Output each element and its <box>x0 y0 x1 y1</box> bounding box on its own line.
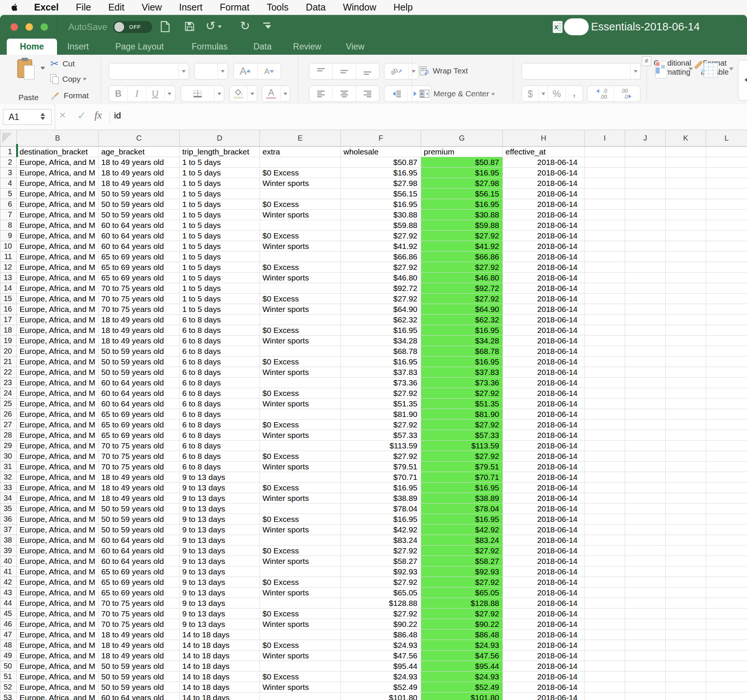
select-all-corner[interactable] <box>0 130 17 147</box>
row-header-44[interactable]: 44 <box>0 598 17 609</box>
row-header-49[interactable]: 49 <box>0 650 17 661</box>
cell-B26[interactable]: Europe, Africa, and M <box>17 409 98 420</box>
cell-J11[interactable] <box>625 252 665 262</box>
cell-F14[interactable]: $92.72 <box>341 283 421 293</box>
cell-G21[interactable]: $16.95 <box>421 357 503 367</box>
cell-F45[interactable]: $27.92 <box>341 609 421 619</box>
cell-F52[interactable]: $52.49 <box>341 682 421 692</box>
cell-I24[interactable] <box>585 388 625 399</box>
cell-F16[interactable]: $64.90 <box>341 304 421 314</box>
row-header-31[interactable]: 31 <box>0 461 17 472</box>
cell-H33[interactable]: 2018-06-14 <box>503 482 585 493</box>
grow-font-button[interactable]: A <box>234 63 257 79</box>
cell-K36[interactable] <box>665 514 706 525</box>
menu-file[interactable]: File <box>76 2 91 13</box>
percent-button[interactable]: % <box>547 86 566 101</box>
cell-H53[interactable]: 2018-06-14 <box>503 692 585 700</box>
cell-D12[interactable]: 1 to 5 days <box>180 262 260 272</box>
cell-J8[interactable] <box>625 220 665 231</box>
cell-K42[interactable] <box>665 577 706 588</box>
cell-B52[interactable]: Europe, Africa, and M <box>17 682 98 692</box>
cell-E3[interactable]: $0 Excess <box>260 168 341 178</box>
cell-B1[interactable]: destination_bracket <box>17 147 98 157</box>
cell-L27[interactable] <box>706 420 747 430</box>
cell-J48[interactable] <box>625 640 665 650</box>
cell-J27[interactable] <box>625 420 665 430</box>
cell-L39[interactable] <box>706 546 747 556</box>
cell-J16[interactable] <box>625 304 665 314</box>
formula-content[interactable]: id <box>114 110 121 121</box>
cell-K22[interactable] <box>665 367 706 378</box>
cell-D27[interactable]: 6 to 8 days <box>180 420 260 430</box>
cell-C44[interactable]: 70 to 75 years old <box>98 598 180 609</box>
cell-I5[interactable] <box>585 189 625 199</box>
cell-L37[interactable] <box>706 525 747 535</box>
cell-D7[interactable]: 1 to 5 days <box>180 210 260 220</box>
cell-J2[interactable] <box>625 157 665 168</box>
cell-I18[interactable] <box>585 325 625 336</box>
cell-H24[interactable]: 2018-06-14 <box>503 388 585 399</box>
cell-B16[interactable]: Europe, Africa, and M <box>17 304 98 314</box>
cell-C17[interactable]: 18 to 49 years old <box>98 314 180 325</box>
cell-B33[interactable]: Europe, Africa, and M <box>17 482 98 493</box>
cell-L8[interactable] <box>706 220 747 231</box>
column-header-L[interactable]: L <box>706 130 747 147</box>
cell-K15[interactable] <box>665 293 706 304</box>
cell-B6[interactable]: Europe, Africa, and M <box>17 199 98 210</box>
cell-C53[interactable]: 60 to 64 years old <box>98 692 180 700</box>
cell-B27[interactable]: Europe, Africa, and M <box>17 420 98 430</box>
cell-B51[interactable]: Europe, Africa, and M <box>17 671 98 682</box>
cell-I26[interactable] <box>585 409 625 420</box>
cell-C49[interactable]: 18 to 49 years old <box>98 650 180 661</box>
cell-J25[interactable] <box>625 399 665 409</box>
cell-D6[interactable]: 1 to 5 days <box>180 199 260 210</box>
cell-H11[interactable]: 2018-06-14 <box>503 252 585 262</box>
cell-E7[interactable]: Winter sports <box>260 210 341 220</box>
cell-L32[interactable] <box>706 472 747 482</box>
cell-D14[interactable]: 1 to 5 days <box>180 283 260 293</box>
cell-G32[interactable]: $70.71 <box>421 472 503 482</box>
cell-F30[interactable]: $27.92 <box>341 451 421 461</box>
cell-B44[interactable]: Europe, Africa, and M <box>17 598 98 609</box>
cell-D49[interactable]: 14 to 18 days <box>180 650 260 661</box>
currency-button[interactable]: $ <box>522 86 538 101</box>
cell-D19[interactable]: 6 to 8 days <box>180 336 260 346</box>
cell-G28[interactable]: $57.33 <box>421 430 503 440</box>
cell-K31[interactable] <box>665 461 706 472</box>
cell-B11[interactable]: Europe, Africa, and M <box>17 252 98 262</box>
cell-E8[interactable] <box>260 220 341 231</box>
cell-F31[interactable]: $79.51 <box>341 461 421 472</box>
zoom-button[interactable] <box>41 23 48 31</box>
row-header-15[interactable]: 15 <box>0 293 17 304</box>
cell-L26[interactable] <box>706 409 747 420</box>
cell-J35[interactable] <box>625 503 665 514</box>
cell-F29[interactable]: $113.59 <box>341 440 421 451</box>
cell-J21[interactable] <box>625 357 665 367</box>
cell-L53[interactable] <box>706 692 747 700</box>
cell-K25[interactable] <box>665 399 706 409</box>
cell-L33[interactable] <box>706 482 747 493</box>
cell-L52[interactable] <box>706 682 747 692</box>
cell-D44[interactable]: 9 to 13 days <box>180 598 260 609</box>
cell-I41[interactable] <box>585 567 625 577</box>
row-header-8[interactable]: 8 <box>0 220 17 231</box>
cell-F49[interactable]: $47.56 <box>341 650 421 661</box>
cell-B19[interactable]: Europe, Africa, and M <box>17 336 98 346</box>
row-header-22[interactable]: 22 <box>0 367 17 378</box>
cell-H35[interactable]: 2018-06-14 <box>503 503 585 514</box>
cell-G34[interactable]: $38.89 <box>421 493 503 503</box>
cell-I2[interactable] <box>585 157 625 168</box>
tab-home[interactable]: Home <box>7 39 57 55</box>
cell-F44[interactable]: $128.88 <box>341 598 421 609</box>
cell-C50[interactable]: 50 to 59 years old <box>98 661 180 671</box>
cell-I51[interactable] <box>585 671 625 682</box>
cell-G53[interactable]: $101.80 <box>421 692 503 700</box>
cell-K27[interactable] <box>665 420 706 430</box>
cell-K41[interactable] <box>665 567 706 577</box>
cell-G1[interactable]: premium <box>421 147 503 157</box>
cell-L10[interactable] <box>706 241 747 252</box>
row-header-4[interactable]: 4 <box>0 178 17 189</box>
cell-B7[interactable]: Europe, Africa, and M <box>17 210 98 220</box>
cell-D29[interactable]: 6 to 8 days <box>180 440 260 451</box>
cell-K8[interactable] <box>665 220 706 231</box>
